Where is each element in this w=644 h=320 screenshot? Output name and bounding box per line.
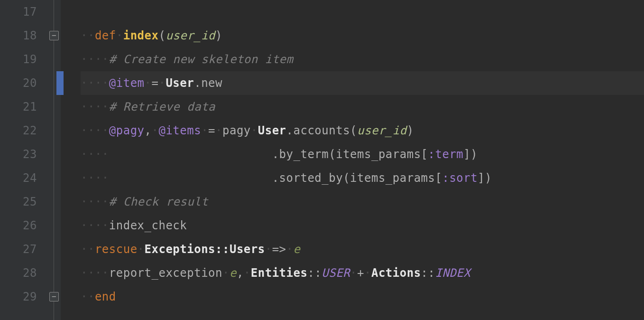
- class-name: Users: [230, 243, 265, 256]
- whitespace-dots: ·: [350, 266, 357, 280]
- code-line-active[interactable]: ····@item·=·User.new: [81, 71, 644, 95]
- code-line[interactable]: ··def·index(user_id): [81, 24, 644, 47]
- code-line[interactable]: ··rescue·Exceptions::Users·=>·e: [81, 237, 644, 261]
- whitespace-dots: ·: [116, 29, 123, 42]
- whitespace-dots: ·: [201, 124, 208, 137]
- method-name: index: [123, 29, 159, 42]
- whitespace-dots: ·: [364, 266, 371, 280]
- whitespace-dots: ·: [138, 243, 145, 256]
- line-number: 18: [0, 24, 37, 47]
- whitespace-dots: ·: [265, 243, 272, 256]
- comment: # Check result: [109, 195, 208, 208]
- code-area[interactable]: ··def·index(user_id) ····# Create new sk…: [61, 0, 644, 320]
- comment: # Create new skeleton item: [109, 53, 294, 66]
- constant: USER: [322, 266, 350, 280]
- code-line[interactable]: ···· .sorted_by(items_params[:sort]): [81, 166, 644, 190]
- whitespace-dots: ·: [244, 266, 251, 280]
- variable: e: [230, 266, 237, 280]
- ivar: @pagy: [109, 124, 145, 137]
- keyword-def: def: [95, 29, 116, 42]
- caret-line-marker: [61, 71, 64, 95]
- class-name: User: [258, 124, 286, 137]
- dot-op: .: [286, 124, 294, 137]
- code-line[interactable]: ····report_exception·e,·Entities::USER·+…: [81, 261, 644, 285]
- class-name: Exceptions: [145, 243, 216, 256]
- bracket-open: [: [435, 171, 442, 185]
- operator: =: [152, 76, 159, 90]
- code-line[interactable]: ····index_check: [81, 214, 644, 237]
- bracket-open: [: [421, 148, 428, 161]
- whitespace-dots: ··: [81, 243, 95, 256]
- method-call: sorted_by: [279, 171, 343, 185]
- paren-close: ): [470, 148, 478, 161]
- param: user_id: [166, 29, 215, 42]
- bracket-close: ]: [478, 171, 485, 185]
- variable: e: [294, 243, 301, 256]
- line-number: 23: [0, 142, 37, 166]
- paren-open: (: [329, 148, 336, 161]
- whitespace-dots: ····: [81, 100, 109, 113]
- identifier: items_params: [336, 148, 421, 161]
- code-line[interactable]: ····# Create new skeleton item: [81, 47, 644, 71]
- whitespace-dots: ·: [215, 124, 222, 137]
- line-number: 24: [0, 166, 37, 190]
- line-number: 26: [0, 214, 37, 237]
- method-call: index_check: [109, 219, 187, 232]
- line-number: 27: [0, 237, 37, 261]
- fold-collapse-icon[interactable]: −: [49, 292, 59, 301]
- scope-op: ::: [215, 243, 230, 256]
- line-number: 25: [0, 190, 37, 214]
- whitespace-dots: ··: [81, 290, 95, 303]
- code-line[interactable]: ···· .by_term(items_params[:term]): [81, 142, 644, 166]
- scope-op: ::: [421, 266, 435, 280]
- whitespace-dots: ·: [251, 124, 258, 137]
- code-line[interactable]: [81, 0, 644, 24]
- code-line[interactable]: ··end: [81, 285, 644, 309]
- fold-guide-line: [54, 0, 54, 320]
- whitespace-dots: ····: [81, 195, 109, 208]
- keyword-end: end: [95, 290, 116, 303]
- whitespace-dots: ····: [81, 53, 109, 66]
- whitespace-dots: ····: [81, 148, 272, 161]
- fold-collapse-icon[interactable]: −: [49, 31, 59, 40]
- paren-close: ): [485, 171, 492, 185]
- comma: ,: [145, 124, 152, 137]
- paren-close: ): [407, 124, 414, 137]
- code-line[interactable]: ····@pagy,·@items·=·pagy·User.accounts(u…: [81, 119, 644, 142]
- line-number-gutter: 17 18 19 20 21 22 23 24 25 26 27 28 29: [0, 0, 47, 320]
- dot-op: .: [272, 148, 279, 161]
- whitespace-dots: ·: [286, 243, 294, 256]
- class-name: Entities: [251, 266, 308, 280]
- whitespace-dots: ·: [158, 76, 166, 90]
- symbol: :sort: [442, 171, 478, 185]
- ivar: @item: [109, 76, 145, 90]
- paren-close: ): [215, 29, 222, 42]
- line-number: 20: [0, 71, 37, 95]
- whitespace-dots: ····: [81, 171, 272, 185]
- identifier: items_params: [350, 171, 435, 185]
- line-number: 28: [0, 261, 37, 285]
- bracket-close: ]: [463, 148, 470, 161]
- paren-open: (: [350, 124, 357, 137]
- fold-column: − −: [47, 0, 61, 320]
- comment: # Retrieve data: [109, 100, 215, 113]
- whitespace-dots: ····: [81, 124, 109, 137]
- paren-open: (: [343, 171, 350, 185]
- line-number: 21: [0, 95, 37, 119]
- class-name: Actions: [371, 266, 421, 280]
- whitespace-dots: ··: [81, 29, 95, 42]
- code-line[interactable]: ····# Check result: [81, 190, 644, 214]
- operator: +: [357, 266, 364, 280]
- comma: ,: [237, 266, 244, 280]
- class-name: User: [166, 76, 194, 90]
- code-editor[interactable]: 17 18 19 20 21 22 23 24 25 26 27 28 29 −…: [0, 0, 644, 320]
- paren-open: (: [158, 29, 166, 42]
- line-number: 17: [0, 0, 37, 24]
- line-number: 29: [0, 285, 37, 309]
- constant: INDEX: [435, 266, 471, 280]
- method-call: new: [201, 76, 222, 90]
- whitespace-dots: ·: [152, 124, 159, 137]
- whitespace-dots: ····: [81, 76, 109, 90]
- method-call: accounts: [294, 124, 350, 137]
- code-line[interactable]: ····# Retrieve data: [81, 95, 644, 119]
